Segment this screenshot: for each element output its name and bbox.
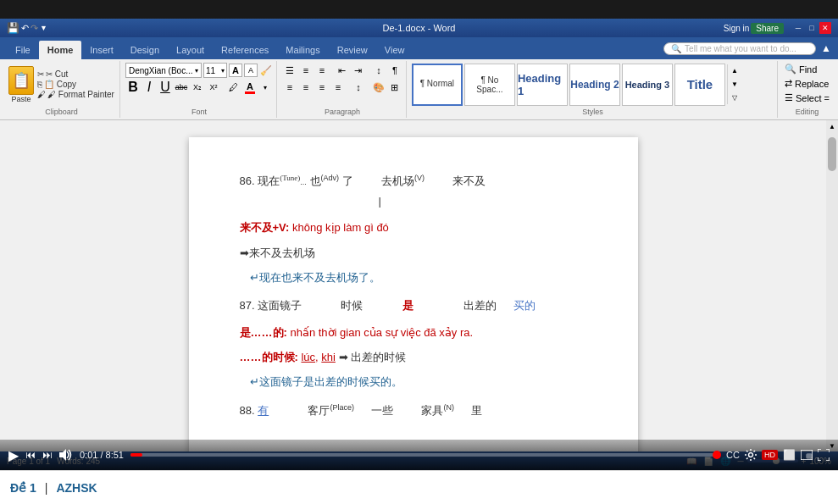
show-marks-button[interactable]: ¶ (387, 63, 402, 78)
highlight-button[interactable]: 🖊 (226, 80, 241, 95)
font-size-dropdown[interactable]: 11 ▾ (203, 63, 227, 78)
tab-view[interactable]: View (376, 41, 413, 59)
style-normal[interactable]: ¶ Normal (412, 64, 463, 106)
more-font-colors[interactable]: ▾ (258, 80, 272, 95)
style-heading2[interactable]: Heading 2 (569, 64, 620, 106)
item-88-you: 有 (258, 404, 269, 417)
tab-review[interactable]: Review (329, 41, 376, 59)
volume-button[interactable] (59, 449, 73, 461)
style-heading1[interactable]: Heading 1 (517, 64, 568, 106)
styles-scroll-up[interactable]: ▲ (730, 64, 740, 77)
item-87-space3 (416, 299, 460, 312)
video-player: 💾 ↶ ↷ ▼ De-1.docx - Word Sign in Share ─… (0, 0, 838, 470)
tab-file[interactable]: File (7, 41, 39, 59)
document-scroll-area[interactable]: 86. 现在(Tune)... 也(Adv) 了 去机场(V) 来不及 | (0, 120, 826, 451)
format-painter-button[interactable]: 🖌🖌 Format Painter (37, 90, 114, 99)
indent-87: ↵这面镜子是出差的时候买的。 (250, 375, 402, 388)
find-button[interactable]: 🔍 Find (783, 63, 831, 75)
search-icon: 🔍 (671, 44, 681, 53)
copy-button[interactable]: ⎘📋 Copy (37, 80, 114, 89)
scroll-thumb[interactable] (828, 137, 836, 171)
doc-arrow-86: ➡来不及去机场 (240, 243, 587, 263)
customize-icon[interactable]: ▼ (40, 24, 47, 32)
theater-button[interactable]: ⬜ (783, 449, 796, 461)
editing-group-content: 🔍 Find ⇄ Replace ☰ Select = (783, 63, 831, 106)
subtitles-button[interactable]: CC (726, 450, 740, 460)
fullscreen-button[interactable] (818, 449, 830, 461)
increase-indent-button[interactable]: ⇥ (351, 63, 366, 78)
styles-group: ¶ Normal ¶ No Spac... Heading 1 (408, 61, 778, 118)
settings-button[interactable] (745, 449, 757, 461)
line-spacing-button[interactable]: ↕ (351, 80, 366, 95)
align-left-button[interactable]: ≡ (282, 80, 297, 95)
undo-icon[interactable]: ↶ (21, 23, 29, 34)
settings-icon (745, 449, 757, 461)
select-button[interactable]: ☰ Select = (783, 91, 831, 104)
tab-layout[interactable]: Layout (168, 41, 213, 59)
signin-btn[interactable]: Sign in (724, 24, 750, 33)
vc-right: CC HD ⬜ (726, 449, 830, 461)
font-color-button[interactable]: A (242, 80, 258, 95)
numbering-button[interactable]: ≡ (298, 63, 314, 78)
multilevel-list-button[interactable]: ≡ (314, 63, 330, 78)
item-86-adv: (Adv) (321, 174, 340, 182)
styles-scroll-down[interactable]: ▼ (730, 78, 740, 91)
save-icon[interactable]: 💾 (7, 22, 19, 34)
tell-me-box[interactable]: 🔍 Tell me what you want to do... (663, 42, 816, 55)
sort-button[interactable]: ↕ (371, 63, 386, 78)
share-btn[interactable]: Share (751, 23, 784, 34)
scroll-track[interactable] (828, 132, 836, 440)
strikethrough-button[interactable]: abc (174, 80, 189, 95)
align-right-button[interactable]: ≡ (314, 80, 330, 95)
decrease-indent-button[interactable]: ⇤ (335, 63, 350, 78)
play-button[interactable]: ▶ (8, 447, 19, 463)
tell-me-text: Tell me what you want to do... (685, 44, 796, 53)
font-grow-button[interactable]: A (229, 64, 242, 77)
style-heading3[interactable]: Heading 3 (622, 64, 673, 106)
format-painter-icon: 🖌 (37, 90, 46, 99)
align-center-button[interactable]: ≡ (298, 80, 314, 95)
right-scrollbar[interactable]: ▲ ▼ (826, 120, 838, 451)
bold-button[interactable]: B (125, 80, 141, 95)
subscript-button[interactable]: X₂ (190, 80, 205, 95)
paste-button[interactable]: 📋 Paste (8, 66, 34, 103)
clear-format-button[interactable]: 🧹 (259, 64, 273, 77)
redo-icon[interactable]: ↷ (31, 23, 38, 34)
style-title[interactable]: Title (674, 64, 725, 106)
replace-button[interactable]: ⇄ Replace (783, 77, 831, 90)
font-group: DengXian (Boc... ▾ 11 ▾ A A 🧹 (122, 61, 277, 118)
tab-references[interactable]: References (213, 41, 277, 59)
paragraph-label: Paragraph (279, 108, 406, 116)
clipboard-label: Clipboard (3, 108, 119, 116)
title-bar: 💾 ↶ ↷ ▼ De-1.docx - Word Sign in Share ─… (0, 19, 838, 37)
resize-icon[interactable]: ▲ (821, 42, 831, 54)
superscript-button[interactable]: X² (206, 80, 221, 95)
italic-button[interactable]: I (142, 80, 157, 95)
tab-insert[interactable]: Insert (81, 41, 122, 59)
bullets-button[interactable]: ☰ (282, 63, 297, 78)
pip-button[interactable] (801, 450, 813, 460)
scroll-up-btn[interactable]: ▲ (826, 120, 838, 132)
progress-bar[interactable] (130, 453, 719, 457)
close-btn[interactable]: ✕ (819, 22, 831, 34)
font-shrink-button[interactable]: A (244, 64, 258, 77)
minimize-btn[interactable]: ─ (792, 22, 804, 34)
underline-button[interactable]: U (158, 80, 173, 95)
skip-forward-button[interactable]: ⏭ (42, 449, 53, 461)
tab-home[interactable]: Home (39, 41, 82, 59)
clear-format-icon: 🧹 (260, 65, 272, 76)
styles-scroll-expand[interactable]: ▽ (730, 91, 740, 104)
paste-icon[interactable]: 📋 (8, 66, 34, 95)
cut-button[interactable]: ✂✂ Cut (37, 69, 114, 79)
justify-button[interactable]: ≡ (330, 80, 346, 95)
borders-button[interactable]: ⊞ (387, 80, 402, 95)
maximize-btn[interactable]: □ (806, 22, 818, 34)
def-87a-viet: nhấn thời gian của sự việc đã xảy ra. (290, 326, 473, 339)
word-window: 💾 ↶ ↷ ▼ De-1.docx - Word Sign in Share ─… (0, 19, 838, 470)
tab-design[interactable]: Design (122, 41, 168, 59)
skip-back-button[interactable]: ⏮ (25, 449, 36, 461)
style-no-spacing[interactable]: ¶ No Spac... (464, 64, 515, 106)
font-name-dropdown[interactable]: DengXian (Boc... ▾ (125, 63, 202, 78)
tab-mailings[interactable]: Mailings (277, 41, 328, 59)
shading-button[interactable]: 🎨 (371, 80, 386, 95)
